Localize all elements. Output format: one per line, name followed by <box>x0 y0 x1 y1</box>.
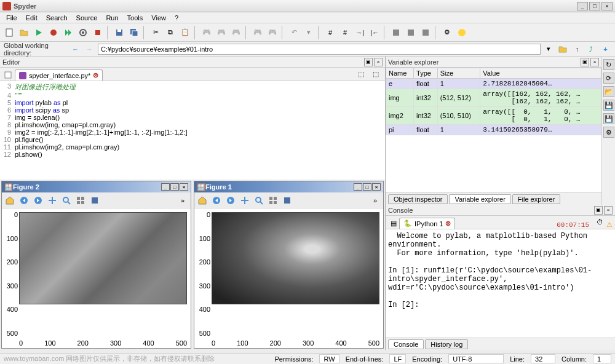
save-data-icon[interactable]: 💾 <box>603 100 614 111</box>
fig-max-icon[interactable]: □ <box>363 183 371 191</box>
gamepad1-icon[interactable]: 🎮 <box>200 26 213 39</box>
split-h-icon[interactable]: ⬚ <box>354 67 368 81</box>
figures-area: 🪟 Figure 2 _ □ × » <box>0 180 385 350</box>
fig-min-icon[interactable]: _ <box>354 183 362 191</box>
tool1-icon[interactable] <box>389 26 403 39</box>
parent-icon[interactable]: ⤴ <box>585 42 597 56</box>
redo-icon[interactable]: ▾ <box>302 26 315 39</box>
zoom-icon[interactable] <box>60 194 73 207</box>
tool2-icon[interactable] <box>404 26 418 39</box>
import-icon[interactable]: 📂 <box>603 86 614 97</box>
new-file-icon[interactable] <box>2 26 16 39</box>
menu-help[interactable]: ? <box>171 13 182 23</box>
menu-tools[interactable]: Tools <box>124 13 147 23</box>
cut-icon[interactable]: ✂ <box>149 26 162 39</box>
open-file-icon[interactable] <box>17 26 31 39</box>
fwd-icon[interactable]: → <box>84 42 95 56</box>
fig-opts-icon[interactable]: » <box>368 194 382 207</box>
fig-opts-icon[interactable]: » <box>176 194 189 207</box>
new-console-icon[interactable]: ▤ <box>388 218 399 229</box>
gamepad3-icon[interactable]: 🎮 <box>229 26 243 39</box>
tab-variable-explorer[interactable]: Variable explorer <box>449 194 510 204</box>
run-icon[interactable] <box>32 26 46 39</box>
gamepad4-icon[interactable]: 🎮 <box>251 26 264 39</box>
console-close-icon[interactable]: × <box>604 206 613 215</box>
paste-icon[interactable]: 📋 <box>178 26 192 39</box>
menu-file[interactable]: File <box>2 13 21 23</box>
tab-console[interactable]: Console <box>388 339 424 349</box>
run-cell-icon[interactable] <box>62 26 75 39</box>
stop-icon[interactable] <box>91 26 105 39</box>
options-icon[interactable]: ⚙ <box>603 127 614 138</box>
maximize-button[interactable]: □ <box>589 2 600 10</box>
console-tab-close-icon[interactable]: ⊗ <box>445 220 451 228</box>
editor-tab[interactable]: spyder_interface.py* ⊗ <box>15 69 103 81</box>
save-icon[interactable] <box>113 26 126 39</box>
fwd-nav-icon[interactable] <box>31 194 45 207</box>
close-button[interactable]: × <box>601 2 613 10</box>
home-icon[interactable] <box>196 194 209 207</box>
up-folder-icon[interactable]: ↑ <box>571 42 583 56</box>
tab-history[interactable]: History log <box>425 339 468 349</box>
browse-folder-icon[interactable] <box>557 42 569 56</box>
savefig-icon[interactable] <box>280 194 294 207</box>
fwd-nav-icon[interactable] <box>224 194 237 207</box>
varexp-close-icon[interactable]: × <box>590 58 599 66</box>
add-wd-icon[interactable]: + <box>600 42 611 56</box>
subplot-icon[interactable] <box>74 194 87 207</box>
workdir-drop-icon[interactable]: ▾ <box>543 42 555 56</box>
workdir-input[interactable] <box>98 44 541 55</box>
indent-icon[interactable]: →| <box>353 26 367 39</box>
new-tab-icon[interactable] <box>2 69 14 81</box>
minimize-button[interactable]: _ <box>577 2 588 10</box>
code-editor[interactable]: 3对图像进行浮雕处理4"""5import pylab as pl6import… <box>0 81 385 180</box>
config-icon[interactable] <box>76 26 90 39</box>
subplot-icon[interactable] <box>266 194 280 207</box>
debug-icon[interactable] <box>47 26 60 39</box>
fig-min-icon[interactable]: _ <box>161 183 170 191</box>
timer-icon[interactable]: ⏱ <box>593 215 606 229</box>
saveas-icon[interactable]: 💾 <box>603 113 614 124</box>
uncomment-icon[interactable]: # <box>338 26 352 39</box>
tab-file-explorer[interactable]: File explorer <box>512 194 561 204</box>
gamepad2-icon[interactable]: 🎮 <box>215 26 228 39</box>
menu-search[interactable]: Search <box>42 13 71 23</box>
console-tab[interactable]: 🐍 IPython 1 ⊗ <box>399 218 455 229</box>
console-output[interactable]: Welcome to pylab, a matplotlib-based Pyt… <box>386 229 615 338</box>
comment-icon[interactable]: # <box>323 26 337 39</box>
fig-close-icon[interactable]: × <box>180 183 188 191</box>
undo-icon[interactable]: ↶ <box>287 26 301 39</box>
refresh-auto-icon[interactable]: ⟳ <box>603 73 614 84</box>
menu-source[interactable]: Source <box>73 13 101 23</box>
savefig-icon[interactable] <box>88 194 101 207</box>
back-nav-icon[interactable] <box>17 194 31 207</box>
pan-icon[interactable] <box>238 194 252 207</box>
menu-view[interactable]: View <box>148 13 170 23</box>
tool3-icon[interactable] <box>419 26 432 39</box>
refresh-icon[interactable]: ↻ <box>603 59 614 70</box>
back-icon[interactable]: ← <box>69 42 81 56</box>
tab-object-inspector[interactable]: Object inspector <box>388 194 448 204</box>
python-path-icon[interactable] <box>455 26 469 39</box>
variable-table[interactable]: NameTypeSizeValueefloat12.71828182845904… <box>386 68 601 192</box>
gamepad5-icon[interactable]: 🎮 <box>266 26 279 39</box>
warning-icon[interactable]: ⚠ <box>606 221 613 229</box>
fig-max-icon[interactable]: □ <box>170 183 179 191</box>
editor-close-icon[interactable]: × <box>374 58 383 66</box>
home-icon[interactable] <box>3 194 17 207</box>
copy-icon[interactable]: ⧉ <box>164 26 177 39</box>
tab-close-icon[interactable]: ⊗ <box>93 71 98 79</box>
saveall-icon[interactable] <box>127 26 141 39</box>
split-v-icon[interactable]: ⬚ <box>369 67 383 81</box>
zoom-icon[interactable] <box>252 194 266 207</box>
menu-run[interactable]: Run <box>102 13 122 23</box>
editor-undock-icon[interactable]: ▣ <box>364 58 373 66</box>
varexp-undock-icon[interactable]: ▣ <box>581 58 589 66</box>
menu-edit[interactable]: Edit <box>22 13 41 23</box>
pan-icon[interactable] <box>46 194 59 207</box>
prefs-icon[interactable]: ⚙ <box>440 26 454 39</box>
console-undock-icon[interactable]: ▣ <box>594 206 603 215</box>
back-nav-icon[interactable] <box>210 194 223 207</box>
fig-close-icon[interactable]: × <box>372 183 381 191</box>
unindent-icon[interactable]: |← <box>368 26 381 39</box>
